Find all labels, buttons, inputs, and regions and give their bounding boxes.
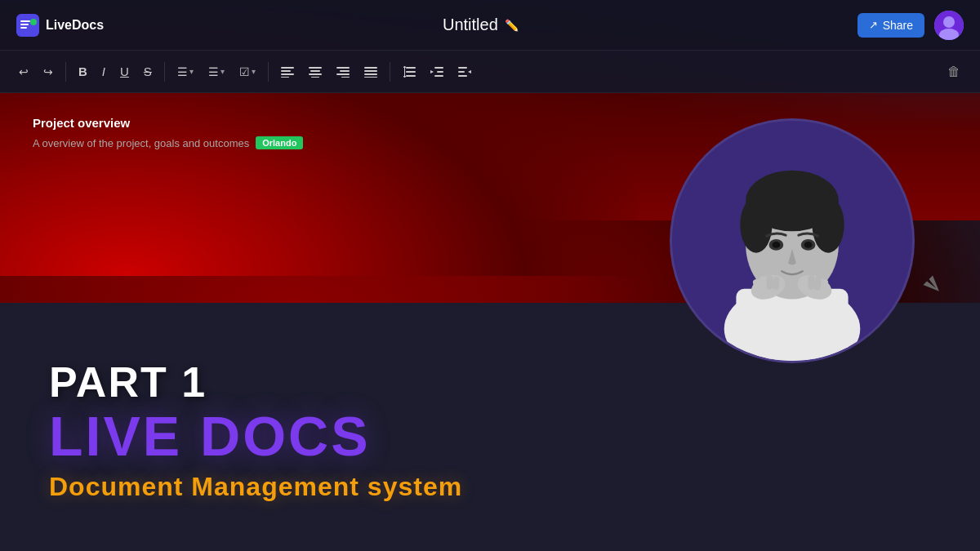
checklist-button[interactable]: ☑ ▾ <box>234 61 261 82</box>
doc-title[interactable]: Untitled <box>443 16 498 34</box>
svg-rect-25 <box>406 71 416 73</box>
svg-rect-18 <box>336 73 350 75</box>
header: LiveDocs Untitled ✏️ ↗ Share <box>0 0 980 51</box>
svg-rect-14 <box>309 73 322 75</box>
svg-rect-31 <box>458 67 467 69</box>
subtitle-label: Document Management system <box>49 472 931 502</box>
indent-increase-icon <box>430 66 443 78</box>
svg-point-45 <box>804 242 813 248</box>
svg-rect-30 <box>434 75 443 77</box>
ordered-dropdown-icon: ▾ <box>220 67 225 76</box>
svg-rect-19 <box>341 77 350 78</box>
document-area: Project overview A overview of the proje… <box>0 93 506 166</box>
bold-button[interactable]: B <box>73 60 93 82</box>
toolbar: ↩ ↪ B I U S ☰ ▾ ☰ ▾ ☑ ▾ <box>0 51 980 93</box>
align-right-icon <box>336 66 350 78</box>
indent-increase-button[interactable] <box>425 62 449 82</box>
svg-rect-2 <box>20 24 29 25</box>
indent-decrease-button[interactable] <box>452 62 477 82</box>
align-justify-icon <box>364 66 377 78</box>
bullet-dropdown-icon: ▾ <box>189 67 194 76</box>
person-image-circle <box>670 118 915 363</box>
checklist-icon: ☑ <box>239 65 250 78</box>
share-label: Share <box>883 19 913 32</box>
ordered-list-button[interactable]: ☰ ▾ <box>203 61 230 82</box>
document-body-text[interactable]: A overview of the project, goals and out… <box>33 137 249 149</box>
svg-rect-10 <box>281 73 294 75</box>
bullet-list-icon: ☰ <box>177 65 188 78</box>
share-icon: ↗ <box>869 19 878 31</box>
toolbar-divider-2 <box>164 62 165 82</box>
svg-rect-24 <box>406 67 416 69</box>
toolbar-divider-4 <box>390 62 390 82</box>
avatar[interactable] <box>934 11 964 40</box>
align-center-button[interactable] <box>303 62 327 82</box>
svg-rect-50 <box>767 275 773 290</box>
svg-rect-28 <box>434 67 443 69</box>
align-center-icon <box>309 66 322 78</box>
italic-button[interactable]: I <box>96 60 111 82</box>
document-body: A overview of the project, goals and out… <box>33 136 474 149</box>
svg-rect-36 <box>736 289 848 361</box>
svg-rect-21 <box>364 70 377 72</box>
strikethrough-button[interactable]: S <box>138 60 158 82</box>
svg-point-40 <box>740 197 772 253</box>
svg-rect-33 <box>458 75 467 77</box>
svg-rect-32 <box>458 71 465 73</box>
svg-rect-29 <box>437 71 443 73</box>
ordered-list-icon: ☰ <box>208 65 219 78</box>
svg-rect-9 <box>281 70 291 72</box>
redo-button[interactable]: ↪ <box>38 61 59 82</box>
logo-area: LiveDocs <box>16 14 104 37</box>
part-label: PART 1 <box>49 359 931 406</box>
svg-rect-22 <box>364 73 377 75</box>
undo-button[interactable]: ↩ <box>13 61 34 82</box>
avatar-image <box>934 11 964 40</box>
svg-rect-20 <box>364 67 377 69</box>
bullet-list-button[interactable]: ☰ ▾ <box>172 61 199 82</box>
main-content: PART 1 LIVE DOCS Document Management sys… <box>0 359 980 551</box>
line-height-button[interactable] <box>397 62 421 82</box>
svg-point-6 <box>943 16 955 28</box>
svg-rect-1 <box>20 20 30 22</box>
toolbar-divider-1 <box>65 62 66 82</box>
svg-rect-11 <box>281 77 289 78</box>
cursor-label: Orlando <box>256 136 303 149</box>
svg-rect-13 <box>310 70 320 72</box>
checklist-dropdown-icon: ▾ <box>252 67 256 76</box>
align-left-icon <box>281 66 294 78</box>
svg-point-4 <box>30 19 37 25</box>
logo-icon <box>16 14 39 37</box>
document-heading[interactable]: Project overview <box>33 116 474 130</box>
svg-rect-53 <box>808 275 815 290</box>
share-button[interactable]: ↗ Share <box>858 13 924 38</box>
align-justify-button[interactable] <box>359 62 383 82</box>
svg-point-44 <box>773 242 781 248</box>
svg-rect-8 <box>281 67 294 69</box>
svg-point-41 <box>813 197 844 253</box>
edit-icon[interactable]: ✏️ <box>505 19 519 32</box>
app-name: LiveDocs <box>46 18 104 33</box>
trash-button[interactable]: 🗑 <box>941 60 967 83</box>
header-right: ↗ Share <box>858 11 964 40</box>
doc-title-area: Untitled ✏️ <box>443 16 519 34</box>
svg-rect-15 <box>311 77 319 78</box>
title-label: LIVE DOCS <box>49 406 931 467</box>
svg-rect-12 <box>309 67 322 69</box>
indent-decrease-icon <box>458 66 471 78</box>
toolbar-divider-3 <box>268 62 269 82</box>
svg-rect-26 <box>406 75 416 77</box>
underline-button[interactable]: U <box>114 60 135 82</box>
line-height-icon <box>403 66 416 78</box>
svg-rect-17 <box>340 70 350 72</box>
align-left-button[interactable] <box>275 62 300 82</box>
align-right-button[interactable] <box>331 62 355 82</box>
person-svg <box>672 121 912 361</box>
svg-rect-16 <box>336 67 350 69</box>
svg-rect-23 <box>364 77 377 78</box>
svg-rect-3 <box>20 27 27 29</box>
